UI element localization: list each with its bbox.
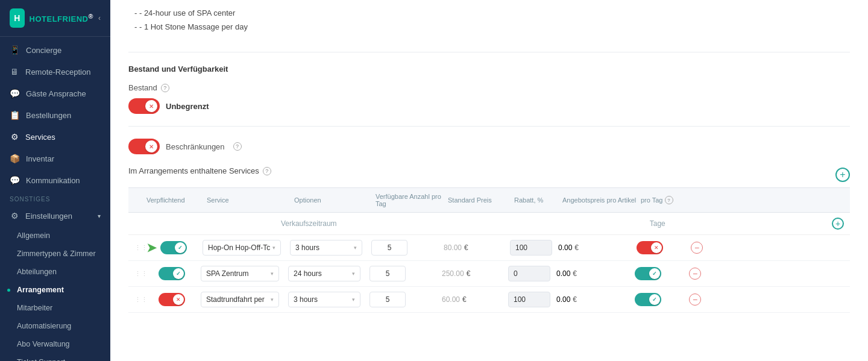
row-toggle-3[interactable]: ✕: [159, 293, 185, 306]
sidebar-item-bestellungen[interactable]: 📋 Bestellungen: [0, 104, 110, 126]
minus-button-3[interactable]: −: [689, 294, 701, 306]
unbegrenzt-toggle-container: ✕ Unbegrenzt: [128, 98, 850, 114]
table-row: ⋮⋮ ✕ Stadtrundfahrt per ▾ 3 ho: [128, 287, 850, 313]
row-toggle-thumb-1: ✓: [175, 242, 186, 253]
service-select-1[interactable]: Hop-On Hop-Off-Tc ▾: [203, 240, 290, 256]
remove-row-2[interactable]: −: [689, 268, 707, 280]
row-toggle-2[interactable]: ✓: [159, 267, 185, 280]
protag-toggle-3[interactable]: ✓: [635, 293, 689, 306]
rabatt-input-1[interactable]: [510, 240, 558, 256]
row-toggle-thumb-3: ✕: [173, 294, 184, 305]
rabatt-input-2[interactable]: [508, 266, 556, 281]
rabatt-input-3[interactable]: [508, 292, 556, 307]
green-arrow-icon: ➤: [146, 240, 157, 255]
drag-handle[interactable]: ⋮⋮: [134, 244, 146, 252]
beschraenkungen-info-icon[interactable]: ?: [233, 142, 242, 151]
angebots-3: 0.00 €: [556, 295, 635, 304]
remote-reception-icon: 🖥: [10, 67, 19, 77]
th-optionen: Optionen: [294, 196, 376, 204]
verkaufszeitraum-row: Verkaufszeitraum Tage +: [128, 213, 850, 235]
drag-handle[interactable]: ⋮⋮: [134, 296, 146, 304]
sidebar-item-abo-verwaltung[interactable]: Abo Verwaltung: [0, 335, 110, 353]
sidebar-item-mitarbeiter[interactable]: Mitarbeiter: [0, 299, 110, 317]
sidebar-collapse-icon[interactable]: ‹: [98, 14, 101, 22]
sub-label: Abo Verwaltung: [17, 340, 70, 348]
row-toggle-1[interactable]: ✓: [160, 241, 187, 254]
desc-item-1: - 24-hour use of SPA center: [134, 6, 850, 20]
remove-row-1[interactable]: −: [691, 242, 709, 254]
chevron-down-icon: ▾: [98, 213, 101, 219]
verfuegbar-input-1[interactable]: [371, 240, 444, 256]
sidebar-item-kommunikation[interactable]: 💬 Kommunikation: [0, 169, 110, 191]
nav-label: Kommunikation: [26, 176, 80, 185]
service-chevron-icon: ▾: [272, 245, 275, 251]
sidebar-item-concierge[interactable]: 📱 Concierge: [0, 39, 110, 61]
row-toggle-thumb-2: ✓: [173, 268, 184, 279]
minus-button-1[interactable]: −: [691, 242, 703, 254]
sidebar-item-abteilungen[interactable]: Abteilungen: [0, 263, 110, 281]
row-protag-toggle-1[interactable]: ✕: [637, 241, 663, 254]
bestellungen-icon: 📋: [10, 110, 20, 120]
desc-item-2: - 1 Hot Stone Massage per day: [134, 20, 850, 34]
service-select-3[interactable]: Stadtrundfahrt per ▾: [201, 292, 288, 307]
sub-label: Automatisierung: [17, 322, 71, 330]
divider-2: [128, 126, 850, 127]
logo-icon: H: [10, 8, 25, 28]
rabatt-field-2[interactable]: [508, 266, 550, 281]
add-arrangement-button[interactable]: +: [835, 168, 850, 182]
beschraenkungen-toggle[interactable]: ✕: [128, 139, 160, 154]
unbegrenzt-toggle[interactable]: ✕: [128, 98, 160, 114]
sidebar-item-zimmertypen[interactable]: Zimmertypen & Zimmer: [0, 245, 110, 263]
beschraenkungen-row: ✕ Beschränkungen ?: [128, 139, 850, 154]
row-protag-toggle-3[interactable]: ✓: [635, 293, 661, 306]
bestand-info-icon[interactable]: ?: [161, 84, 169, 92]
protag-toggle-1[interactable]: ✕: [637, 241, 691, 254]
nav-label: Concierge: [26, 46, 61, 55]
service-chevron-icon-2: ▾: [271, 271, 274, 277]
option-select-3[interactable]: 3 hours ▾: [288, 292, 370, 307]
im-arrangements-label: Im Arrangements enthaltene Services ?: [128, 166, 271, 175]
protag-toggle-2[interactable]: ✓: [635, 267, 689, 280]
beschraenkungen-label: Beschränkungen: [166, 142, 225, 151]
minus-button-2[interactable]: −: [689, 268, 701, 280]
row-protag-toggle-2[interactable]: ✓: [635, 267, 661, 280]
sidebar-item-remote-reception[interactable]: 🖥 Remote-Reception: [0, 61, 110, 83]
sidebar-item-services[interactable]: ⚙ Services: [0, 126, 110, 148]
verfuegbar-field-1[interactable]: [371, 240, 407, 256]
row-protag-thumb-2: ✓: [649, 268, 660, 279]
verpflichtend-toggle-3[interactable]: ✕: [159, 293, 201, 306]
section-divider: [128, 52, 850, 52]
arrangements-info-icon[interactable]: ?: [263, 167, 271, 175]
sidebar-nav: 📱 Concierge 🖥 Remote-Reception 💬 Gäste A…: [0, 37, 110, 361]
option-select-2[interactable]: 24 hours ▾: [288, 266, 370, 281]
angebots-2: 0.00 €: [556, 269, 635, 278]
sidebar-item-automatisierung[interactable]: Automatisierung: [0, 317, 110, 335]
th-rabatt: Rabatt, %: [514, 196, 562, 204]
nav-label: Services: [25, 133, 55, 142]
option-chevron-icon-2: ▾: [352, 271, 355, 277]
verkauf-add: +: [832, 218, 844, 230]
verpflichtend-toggle-2[interactable]: ✓: [159, 267, 201, 280]
protag-info-icon[interactable]: ?: [665, 196, 673, 204]
rabatt-field-1[interactable]: [510, 240, 552, 256]
drag-handle[interactable]: ⋮⋮: [134, 270, 146, 278]
verfuegbar-input-3[interactable]: [370, 292, 442, 307]
sidebar-item-arrangement[interactable]: Arrangement: [0, 281, 110, 299]
option-select-1[interactable]: 3 hours ▾: [290, 240, 371, 256]
verfuegbar-field-2[interactable]: [370, 266, 406, 281]
bestand-text: Bestand: [128, 83, 157, 92]
sidebar-item-inventar[interactable]: 📦 Inventar: [0, 148, 110, 169]
sidebar-item-einstellungen[interactable]: ⚙ Einstellungen ▾: [0, 205, 110, 227]
add-verkauf-button[interactable]: +: [832, 218, 844, 230]
verfuegbar-field-3[interactable]: [370, 292, 406, 307]
sidebar-item-allgemein[interactable]: Allgemein: [0, 227, 110, 245]
gaeste-icon: 💬: [10, 89, 20, 98]
verpflichtend-toggle-1[interactable]: ✓: [160, 241, 203, 254]
angebots-1: 0.00 €: [558, 243, 637, 252]
sidebar-item-ticket-support[interactable]: Ticket Support: [0, 353, 110, 361]
remove-row-3[interactable]: −: [689, 294, 707, 306]
service-select-2[interactable]: SPA Zentrum ▾: [201, 266, 288, 281]
rabatt-field-3[interactable]: [508, 292, 550, 307]
verfuegbar-input-2[interactable]: [370, 266, 442, 281]
sidebar-item-gaeste-ansprache[interactable]: 💬 Gäste Ansprache: [0, 83, 110, 104]
